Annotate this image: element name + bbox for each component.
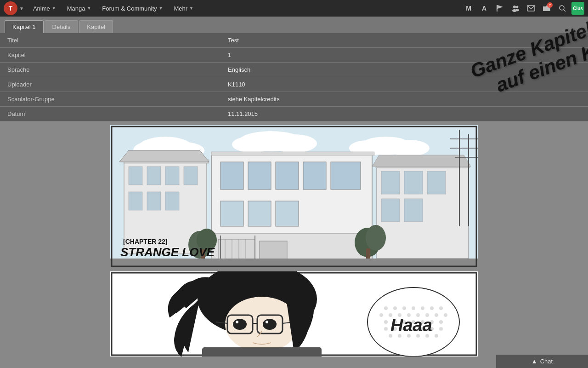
- svg-rect-37: [248, 201, 271, 226]
- manga-arrow: ▼: [87, 6, 91, 11]
- anime-arrow: ▼: [52, 6, 56, 11]
- svg-point-60: [366, 225, 386, 251]
- svg-point-92: [439, 306, 443, 310]
- logo-dropdown-arrow[interactable]: ▼: [19, 6, 24, 11]
- svg-text:STRANGE LOVE: STRANGE LOVE: [120, 245, 215, 259]
- table-row: TitelTest: [0, 33, 588, 48]
- tab-kapitel[interactable]: Kapitel: [79, 20, 113, 33]
- svg-text:[CHAPTER 22]: [CHAPTER 22]: [123, 238, 167, 245]
- svg-rect-52: [381, 199, 400, 222]
- mehr-arrow: ▼: [189, 6, 193, 11]
- users-icon-btn[interactable]: [509, 2, 522, 15]
- chat-arrow-icon: ▲: [531, 358, 537, 365]
- user-avatar[interactable]: Clus: [571, 2, 584, 15]
- svg-point-90: [421, 306, 424, 310]
- mail-icon-btn[interactable]: [525, 2, 537, 15]
- tabs-bar: Kapitel 1 Details Kapitel: [0, 17, 588, 33]
- tab-kapitel1[interactable]: Kapitel 1: [5, 20, 44, 33]
- top-navigation: T ▼ Anime ▼ Manga ▼ Forum & Community ▼ …: [0, 0, 588, 17]
- detail-key: Uploader: [0, 77, 220, 92]
- svg-marker-55: [372, 155, 471, 167]
- svg-point-114: [439, 327, 443, 331]
- svg-point-88: [402, 306, 406, 310]
- svg-rect-49: [381, 171, 400, 194]
- forum-arrow: ▼: [159, 6, 163, 11]
- svg-rect-20: [129, 167, 142, 185]
- nav-manga[interactable]: Manga ▼: [62, 0, 97, 17]
- svg-rect-23: [184, 167, 198, 185]
- tab-details[interactable]: Details: [45, 20, 79, 33]
- svg-rect-22: [165, 167, 179, 185]
- nav-mehr[interactable]: Mehr ▼: [168, 0, 199, 17]
- svg-point-89: [412, 306, 415, 310]
- svg-rect-38: [276, 201, 299, 226]
- svg-marker-1: [498, 5, 503, 9]
- svg-rect-25: [147, 192, 161, 210]
- nav-forum[interactable]: Forum & Community ▼: [96, 0, 168, 17]
- svg-rect-24: [129, 192, 142, 210]
- svg-point-14: [232, 136, 273, 153]
- flag-icon-btn[interactable]: [493, 2, 506, 15]
- svg-rect-34: [331, 162, 361, 190]
- table-row: Datum11.11.2015: [0, 107, 588, 121]
- detail-value: 11.11.2015: [220, 107, 588, 121]
- svg-rect-33: [303, 162, 326, 190]
- svg-point-100: [444, 313, 447, 317]
- svg-rect-26: [165, 192, 179, 210]
- M-icon-btn[interactable]: M: [462, 2, 475, 15]
- site-logo[interactable]: T: [4, 1, 17, 15]
- detail-key: Kapitel: [0, 48, 220, 63]
- svg-rect-0: [497, 5, 498, 12]
- chat-label: Chat: [540, 358, 553, 365]
- svg-point-86: [384, 306, 388, 310]
- svg-point-99: [435, 313, 438, 317]
- svg-point-120: [435, 334, 438, 338]
- svg-point-87: [393, 306, 397, 310]
- A-icon-btn[interactable]: A: [478, 2, 491, 15]
- svg-marker-28: [119, 150, 209, 162]
- svg-point-107: [439, 320, 443, 324]
- svg-point-7: [560, 6, 564, 10]
- svg-rect-35: [211, 152, 374, 155]
- svg-point-2: [513, 6, 516, 8]
- detail-key: Titel: [0, 33, 220, 48]
- svg-point-81: [263, 319, 277, 330]
- svg-rect-50: [404, 171, 423, 194]
- svg-point-82: [236, 321, 238, 323]
- svg-rect-21: [147, 167, 161, 185]
- svg-point-93: [379, 313, 383, 317]
- svg-rect-51: [427, 171, 446, 194]
- svg-point-91: [430, 306, 434, 310]
- svg-point-101: [384, 320, 388, 324]
- svg-point-83: [266, 321, 268, 323]
- manga-page-2: Haaa: [110, 271, 478, 356]
- svg-rect-31: [248, 162, 271, 190]
- svg-line-8: [564, 10, 565, 12]
- main-area: Ganze Kapitel auf auf einen Klick! Kapit…: [0, 17, 588, 368]
- detail-value: siehe Kapitelcredits: [220, 92, 588, 107]
- folder-badge: 7: [547, 2, 553, 8]
- logo-text: T: [9, 5, 13, 12]
- svg-rect-32: [276, 162, 299, 190]
- svg-rect-53: [404, 199, 423, 222]
- svg-point-15: [271, 134, 317, 153]
- svg-point-18: [388, 140, 430, 156]
- detail-key: Scanlator-Gruppe: [0, 92, 220, 107]
- svg-point-108: [384, 327, 388, 331]
- nav-anime[interactable]: Anime ▼: [28, 0, 62, 17]
- svg-rect-30: [220, 162, 243, 190]
- folder-icon-btn[interactable]: 7: [540, 2, 553, 15]
- manga-page-1: [CHAPTER 22] STRANGE LOVE: [110, 125, 478, 268]
- svg-rect-36: [220, 201, 243, 226]
- svg-point-5: [515, 9, 519, 12]
- manga-content-area[interactable]: [CHAPTER 22] STRANGE LOVE: [0, 121, 588, 368]
- svg-point-3: [516, 6, 519, 8]
- svg-point-80: [233, 319, 247, 330]
- nav-icon-group: M A 7: [462, 2, 584, 15]
- detail-key: Datum: [0, 107, 220, 121]
- svg-rect-84: [202, 347, 322, 356]
- detail-key: Sprache: [0, 63, 220, 77]
- svg-text:Haaa: Haaa: [390, 316, 432, 335]
- search-icon-btn[interactable]: [556, 2, 569, 15]
- chat-bar[interactable]: ▲ Chat: [496, 354, 588, 368]
